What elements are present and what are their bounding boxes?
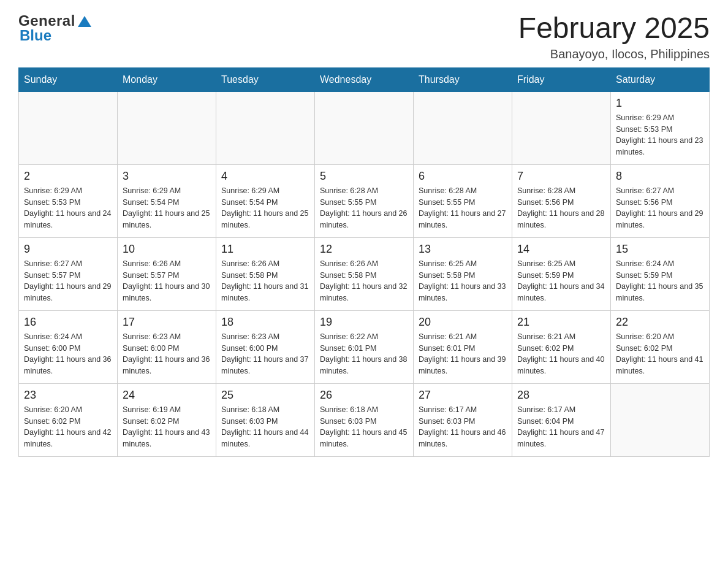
- day-info: Sunrise: 6:22 AMSunset: 6:01 PMDaylight:…: [320, 331, 408, 377]
- day-number: 7: [517, 170, 605, 183]
- calendar-day-cell: 24Sunrise: 6:19 AMSunset: 6:02 PMDayligh…: [118, 383, 216, 456]
- day-number: 25: [221, 389, 309, 402]
- day-number: 17: [123, 316, 211, 329]
- weekday-header: Monday: [118, 67, 216, 91]
- page-header: General Blue February 2025 Banayoyo, Ilo…: [18, 12, 710, 61]
- day-info: Sunrise: 6:25 AMSunset: 5:59 PMDaylight:…: [517, 258, 605, 304]
- day-info: Sunrise: 6:21 AMSunset: 6:01 PMDaylight:…: [419, 331, 507, 377]
- day-number: 22: [616, 316, 704, 329]
- calendar-day-cell: [611, 383, 710, 456]
- calendar-day-cell: [512, 91, 611, 164]
- day-info: Sunrise: 6:29 AMSunset: 5:53 PMDaylight:…: [24, 185, 112, 231]
- day-number: 5: [320, 170, 408, 183]
- logo-blue-text: Blue: [20, 27, 51, 44]
- day-number: 11: [221, 243, 309, 256]
- day-number: 4: [221, 170, 309, 183]
- weekday-header: Friday: [512, 67, 611, 91]
- calendar-day-cell: 8Sunrise: 6:27 AMSunset: 5:56 PMDaylight…: [611, 164, 710, 237]
- day-number: 13: [419, 243, 507, 256]
- day-number: 10: [123, 243, 211, 256]
- day-info: Sunrise: 6:29 AMSunset: 5:54 PMDaylight:…: [221, 185, 309, 231]
- calendar-day-cell: 25Sunrise: 6:18 AMSunset: 6:03 PMDayligh…: [216, 383, 315, 456]
- day-info: Sunrise: 6:26 AMSunset: 5:57 PMDaylight:…: [123, 258, 211, 304]
- calendar-day-cell: 21Sunrise: 6:21 AMSunset: 6:02 PMDayligh…: [512, 310, 611, 383]
- day-info: Sunrise: 6:23 AMSunset: 6:00 PMDaylight:…: [221, 331, 309, 377]
- calendar-day-cell: 12Sunrise: 6:26 AMSunset: 5:58 PMDayligh…: [315, 237, 414, 310]
- calendar-day-cell: 22Sunrise: 6:20 AMSunset: 6:02 PMDayligh…: [611, 310, 710, 383]
- day-number: 28: [517, 389, 605, 402]
- calendar-week-row: 2Sunrise: 6:29 AMSunset: 5:53 PMDaylight…: [19, 164, 710, 237]
- day-number: 19: [320, 316, 408, 329]
- weekday-header-row: SundayMondayTuesdayWednesdayThursdayFrid…: [19, 67, 710, 91]
- day-number: 16: [24, 316, 112, 329]
- day-info: Sunrise: 6:25 AMSunset: 5:58 PMDaylight:…: [419, 258, 507, 304]
- calendar-day-cell: [414, 91, 512, 164]
- calendar-week-row: 23Sunrise: 6:20 AMSunset: 6:02 PMDayligh…: [19, 383, 710, 456]
- day-info: Sunrise: 6:27 AMSunset: 5:56 PMDaylight:…: [616, 185, 704, 231]
- calendar-day-cell: 18Sunrise: 6:23 AMSunset: 6:00 PMDayligh…: [216, 310, 315, 383]
- calendar-day-cell: 26Sunrise: 6:18 AMSunset: 6:03 PMDayligh…: [315, 383, 414, 456]
- day-info: Sunrise: 6:17 AMSunset: 6:04 PMDaylight:…: [517, 404, 605, 450]
- day-number: 24: [123, 389, 211, 402]
- day-number: 9: [24, 243, 112, 256]
- logo: General Blue: [18, 12, 93, 44]
- day-number: 2: [24, 170, 112, 183]
- weekday-header: Saturday: [611, 67, 710, 91]
- day-number: 12: [320, 243, 408, 256]
- calendar-day-cell: 7Sunrise: 6:28 AMSunset: 5:56 PMDaylight…: [512, 164, 611, 237]
- day-info: Sunrise: 6:21 AMSunset: 6:02 PMDaylight:…: [517, 331, 605, 377]
- weekday-header: Tuesday: [216, 67, 315, 91]
- calendar-day-cell: 9Sunrise: 6:27 AMSunset: 5:57 PMDaylight…: [19, 237, 118, 310]
- day-info: Sunrise: 6:26 AMSunset: 5:58 PMDaylight:…: [320, 258, 408, 304]
- calendar-week-row: 1Sunrise: 6:29 AMSunset: 5:53 PMDaylight…: [19, 91, 710, 164]
- calendar-day-cell: 23Sunrise: 6:20 AMSunset: 6:02 PMDayligh…: [19, 383, 118, 456]
- calendar-day-cell: 5Sunrise: 6:28 AMSunset: 5:55 PMDaylight…: [315, 164, 414, 237]
- day-info: Sunrise: 6:28 AMSunset: 5:55 PMDaylight:…: [419, 185, 507, 231]
- calendar-day-cell: 16Sunrise: 6:24 AMSunset: 6:00 PMDayligh…: [19, 310, 118, 383]
- day-info: Sunrise: 6:28 AMSunset: 5:55 PMDaylight:…: [320, 185, 408, 231]
- calendar-day-cell: [118, 91, 216, 164]
- day-number: 18: [221, 316, 309, 329]
- day-info: Sunrise: 6:18 AMSunset: 6:03 PMDaylight:…: [320, 404, 408, 450]
- day-number: 15: [616, 243, 704, 256]
- calendar-day-cell: 11Sunrise: 6:26 AMSunset: 5:58 PMDayligh…: [216, 237, 315, 310]
- calendar-day-cell: 3Sunrise: 6:29 AMSunset: 5:54 PMDaylight…: [118, 164, 216, 237]
- day-info: Sunrise: 6:24 AMSunset: 5:59 PMDaylight:…: [616, 258, 704, 304]
- calendar-day-cell: 14Sunrise: 6:25 AMSunset: 5:59 PMDayligh…: [512, 237, 611, 310]
- day-info: Sunrise: 6:27 AMSunset: 5:57 PMDaylight:…: [24, 258, 112, 304]
- day-number: 27: [419, 389, 507, 402]
- calendar-day-cell: 17Sunrise: 6:23 AMSunset: 6:00 PMDayligh…: [118, 310, 216, 383]
- day-number: 1: [616, 97, 704, 110]
- calendar-day-cell: 20Sunrise: 6:21 AMSunset: 6:01 PMDayligh…: [414, 310, 512, 383]
- calendar-day-cell: 27Sunrise: 6:17 AMSunset: 6:03 PMDayligh…: [414, 383, 512, 456]
- logo-triangle-icon: [77, 13, 93, 29]
- weekday-header: Thursday: [414, 67, 512, 91]
- day-info: Sunrise: 6:17 AMSunset: 6:03 PMDaylight:…: [419, 404, 507, 450]
- calendar-day-cell: 1Sunrise: 6:29 AMSunset: 5:53 PMDaylight…: [611, 91, 710, 164]
- title-area: February 2025 Banayoyo, Ilocos, Philippi…: [518, 12, 710, 61]
- calendar-day-cell: 6Sunrise: 6:28 AMSunset: 5:55 PMDaylight…: [414, 164, 512, 237]
- calendar-day-cell: 13Sunrise: 6:25 AMSunset: 5:58 PMDayligh…: [414, 237, 512, 310]
- day-number: 6: [419, 170, 507, 183]
- calendar-day-cell: 15Sunrise: 6:24 AMSunset: 5:59 PMDayligh…: [611, 237, 710, 310]
- calendar-week-row: 9Sunrise: 6:27 AMSunset: 5:57 PMDaylight…: [19, 237, 710, 310]
- day-info: Sunrise: 6:19 AMSunset: 6:02 PMDaylight:…: [123, 404, 211, 450]
- day-number: 21: [517, 316, 605, 329]
- day-number: 26: [320, 389, 408, 402]
- calendar-day-cell: 10Sunrise: 6:26 AMSunset: 5:57 PMDayligh…: [118, 237, 216, 310]
- day-number: 8: [616, 170, 704, 183]
- day-info: Sunrise: 6:18 AMSunset: 6:03 PMDaylight:…: [221, 404, 309, 450]
- calendar-subtitle: Banayoyo, Ilocos, Philippines: [518, 47, 710, 61]
- calendar-week-row: 16Sunrise: 6:24 AMSunset: 6:00 PMDayligh…: [19, 310, 710, 383]
- day-info: Sunrise: 6:23 AMSunset: 6:00 PMDaylight:…: [123, 331, 211, 377]
- calendar-day-cell: 2Sunrise: 6:29 AMSunset: 5:53 PMDaylight…: [19, 164, 118, 237]
- day-number: 20: [419, 316, 507, 329]
- day-info: Sunrise: 6:20 AMSunset: 6:02 PMDaylight:…: [24, 404, 112, 450]
- weekday-header: Wednesday: [315, 67, 414, 91]
- day-info: Sunrise: 6:20 AMSunset: 6:02 PMDaylight:…: [616, 331, 704, 377]
- calendar-day-cell: [19, 91, 118, 164]
- calendar-title: February 2025: [518, 12, 710, 45]
- day-number: 14: [517, 243, 605, 256]
- day-number: 3: [123, 170, 211, 183]
- day-number: 23: [24, 389, 112, 402]
